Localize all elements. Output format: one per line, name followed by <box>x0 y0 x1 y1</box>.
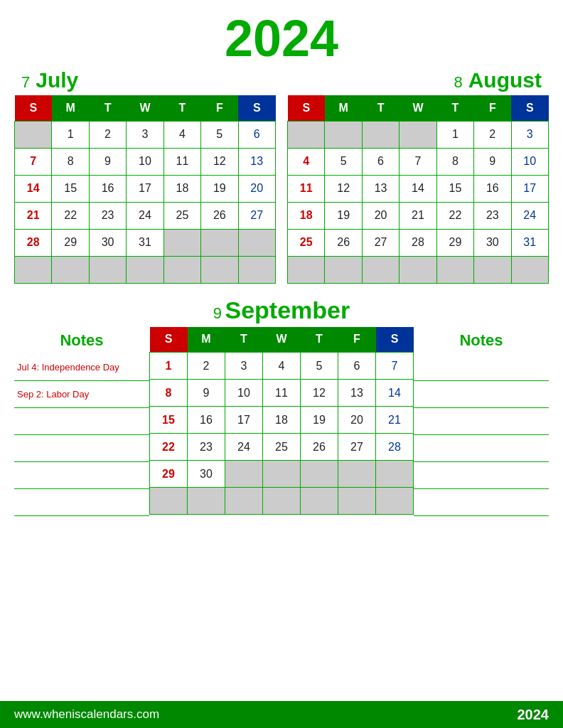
calendar-cell: 9 <box>188 380 225 407</box>
july-header-wed: W <box>127 95 163 121</box>
calendar-cell <box>263 461 301 488</box>
calendar-cell: 22 <box>436 202 473 229</box>
calendar-cell: 2 <box>474 121 511 148</box>
september-header: 9 September <box>0 296 563 324</box>
calendar-cell: 29 <box>52 229 89 256</box>
note-right-blank-1 <box>414 354 549 381</box>
calendar-cell <box>474 256 511 283</box>
calendar-cell: 25 <box>163 202 200 229</box>
calendar-cell: 20 <box>238 175 275 202</box>
calendar-cell: 5 <box>201 121 238 148</box>
calendar-cell: 21 <box>400 202 436 229</box>
calendar-cell: 14 <box>400 175 436 202</box>
calendar-cell: 15 <box>52 175 89 202</box>
calendar-cell: 12 <box>325 175 362 202</box>
calendar-cell: 6 <box>362 148 399 175</box>
aug-header-fri: F <box>474 95 511 121</box>
calendar-cell: 7 <box>376 353 414 380</box>
calendar-cell: 16 <box>89 175 126 202</box>
calendar-cell: 22 <box>150 434 188 461</box>
calendar-cell: 6 <box>338 353 376 380</box>
calendar-cell: 8 <box>150 380 188 407</box>
calendar-cell: 24 <box>127 202 163 229</box>
month-headers-row: 7 July 8 August <box>0 64 563 95</box>
calendar-cell: 27 <box>338 434 376 461</box>
calendar-cell: 11 <box>163 148 200 175</box>
calendar-cell: 23 <box>474 202 511 229</box>
calendar-cell: 5 <box>325 148 362 175</box>
calendar-cell: 15 <box>436 175 473 202</box>
calendar-cell: 7 <box>400 148 436 175</box>
calendar-cell: 25 <box>288 229 325 256</box>
sep-num: 9 <box>213 304 222 322</box>
calendar-cell: 27 <box>362 229 399 256</box>
calendar-cell: 18 <box>263 407 301 434</box>
calendar-cell <box>325 256 362 283</box>
footer: www.wheniscalendars.com 2024 <box>0 701 563 728</box>
calendar-cell <box>511 256 548 283</box>
calendar-cell: 4 <box>263 353 301 380</box>
sep-header-sun: S <box>150 327 188 353</box>
july-header-fri: F <box>201 95 238 121</box>
aug-header-mon: M <box>325 95 362 121</box>
calendar-cell: 24 <box>225 434 263 461</box>
calendar-cell: 21 <box>15 202 52 229</box>
calendar-cell: 18 <box>288 202 325 229</box>
footer-url: www.wheniscalendars.com <box>14 707 159 722</box>
aug-header-wed: W <box>400 95 436 121</box>
calendar-cell <box>325 121 362 148</box>
calendar-cell: 23 <box>188 434 225 461</box>
calendar-cell: 19 <box>301 407 338 434</box>
calendar-cell <box>338 461 376 488</box>
september-calendar: S M T W T F S 12345678910111213141516171… <box>149 327 414 515</box>
calendar-cell <box>301 461 338 488</box>
calendar-cell <box>263 488 301 515</box>
calendar-cell: 16 <box>188 407 225 434</box>
calendar-cell: 8 <box>52 148 89 175</box>
note-blank-1 <box>14 408 149 435</box>
calendar-cell: 19 <box>201 175 238 202</box>
calendar-cell: 29 <box>436 229 473 256</box>
note-item-1: Jul 4: Independence Day <box>14 354 149 381</box>
calendar-cell: 8 <box>436 148 473 175</box>
sep-header-mon: M <box>188 327 225 353</box>
year-heading: 2024 <box>0 0 563 64</box>
aug-header-tue: T <box>362 95 399 121</box>
calendar-cell <box>238 229 275 256</box>
calendar-cell <box>362 121 399 148</box>
calendar-cell: 9 <box>474 148 511 175</box>
note-right-blank-6 <box>414 489 549 516</box>
august-num: 8 <box>454 73 462 92</box>
calendar-cell: 22 <box>52 202 89 229</box>
sep-header-thu: T <box>301 327 338 353</box>
aug-header-sat: S <box>511 95 548 121</box>
calendar-cell: 24 <box>511 202 548 229</box>
calendar-cell: 13 <box>362 175 399 202</box>
calendar-cell: 2 <box>89 121 126 148</box>
calendar-cell: 15 <box>150 407 188 434</box>
calendar-cell <box>376 461 414 488</box>
calendar-cell <box>89 256 126 283</box>
calendar-cell: 1 <box>52 121 89 148</box>
calendar-cell: 28 <box>376 434 414 461</box>
calendar-cell: 3 <box>511 121 548 148</box>
calendar-cell <box>288 121 325 148</box>
july-header-tue: T <box>89 95 126 121</box>
calendar-cell <box>150 488 188 515</box>
july-calendar: S M T W T F S 12345678910111213141516171… <box>14 95 276 284</box>
calendar-cell <box>288 256 325 283</box>
calendar-cell <box>301 488 338 515</box>
note-blank-2 <box>14 435 149 462</box>
calendar-cell: 28 <box>15 229 52 256</box>
august-header: 8 August <box>454 68 542 92</box>
calendar-cell: 10 <box>511 148 548 175</box>
calendar-cell: 31 <box>511 229 548 256</box>
calendar-cell: 14 <box>15 175 52 202</box>
july-header-mon: M <box>52 95 89 121</box>
calendar-cell: 17 <box>511 175 548 202</box>
sep-header-wed: W <box>263 327 301 353</box>
notes-right-title: Notes <box>414 327 549 354</box>
note-right-blank-2 <box>414 381 549 408</box>
september-calendar-wrapper: S M T W T F S 12345678910111213141516171… <box>149 327 414 515</box>
july-header-thu: T <box>163 95 200 121</box>
